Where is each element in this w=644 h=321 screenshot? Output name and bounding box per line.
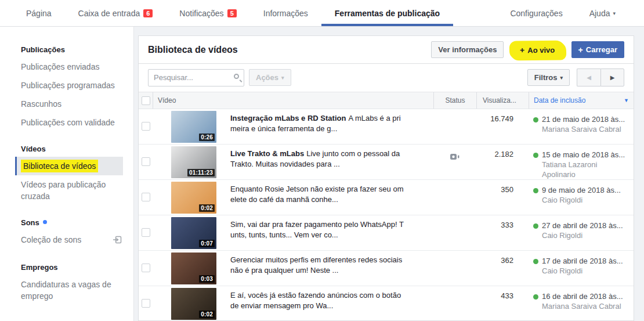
section-title: Vídeos xyxy=(0,141,133,157)
new-feature-dot xyxy=(43,220,47,224)
video-thumbnail[interactable]: 0:02 xyxy=(171,182,216,214)
row-checkbox[interactable] xyxy=(142,228,150,237)
video-thumbnail[interactable]: 0:03 xyxy=(171,253,216,284)
nav-tab-notifications[interactable]: Notificações5 xyxy=(166,0,249,26)
row-checkbox[interactable] xyxy=(142,157,150,166)
views-count: 433 xyxy=(476,286,529,321)
table-row: 0:26 Instegração mLabs e RD StationA mLa… xyxy=(139,109,634,145)
button-label: Filtros xyxy=(534,73,558,82)
author-name: Caio Rigoldi xyxy=(533,230,629,240)
card-header: Biblioteca de vídeos Ver informações +Ao… xyxy=(139,36,634,64)
video-title-link[interactable]: Live Trakto & mLabsLive junto com o pess… xyxy=(230,149,406,170)
publish-date: 16 de abril de 2018 às... xyxy=(542,292,623,301)
table-row: 01:11:23 Live Trakto & mLabsLive junto c… xyxy=(139,145,634,180)
section-title: Empregos xyxy=(0,259,133,275)
author-name: Caio Rigoldi xyxy=(533,195,629,205)
nav-tab-insights[interactable]: Informações xyxy=(250,0,321,26)
video-thumbnail[interactable]: 0:07 xyxy=(171,217,216,249)
row-checkbox[interactable] xyxy=(142,122,150,131)
published-status-dot xyxy=(533,117,538,122)
video-duration: 0:02 xyxy=(199,204,215,212)
video-duration: 01:11:23 xyxy=(187,169,215,176)
published-status-dot xyxy=(533,188,538,193)
sidebar-item-sound-collection[interactable]: Coleção de sons xyxy=(0,230,133,250)
plus-icon: + xyxy=(520,45,524,55)
row-checkbox[interactable] xyxy=(142,193,150,201)
video-thumbnail[interactable]: 0:26 xyxy=(171,111,216,143)
toolbar: Ações▾ Filtros▾ ◀ ▶ xyxy=(139,64,634,92)
sidebar-item-video-library[interactable]: Biblioteca de vídeos xyxy=(15,157,123,175)
view-insights-button[interactable]: Ver informações xyxy=(431,41,504,58)
nav-tab-page[interactable]: Página xyxy=(13,0,65,26)
date-cell: 27 de abril de 2018 às... Caio Rigoldi xyxy=(529,215,634,250)
actions-dropdown-button[interactable]: Ações▾ xyxy=(249,69,291,86)
nav-tab-label: Ferramentas de publicação xyxy=(335,9,440,18)
button-label: Ações xyxy=(256,73,278,82)
sidebar: Publicações Publicações enviadas Publica… xyxy=(0,27,134,321)
video-title-link[interactable]: E aí, vocês já estão fazendo anúncios co… xyxy=(230,290,406,312)
sidebar-item-job-applications[interactable]: Candidaturas a vagas de emprego xyxy=(0,275,133,305)
go-live-button[interactable]: +Ao vivo xyxy=(509,40,565,59)
nav-tab-help[interactable]: Ajuda▾ xyxy=(576,0,629,26)
sidebar-item-label: Vídeos para publicação cruzada xyxy=(21,179,122,202)
page-title: Biblioteca de vídeos xyxy=(148,45,431,55)
video-title-link[interactable]: Sim, vai dar pra fazer pagamento pelo Wh… xyxy=(230,219,406,241)
video-thumbnail[interactable]: 01:11:23 xyxy=(171,146,216,178)
previous-page-button[interactable]: ◀ xyxy=(577,68,600,86)
nav-tab-settings[interactable]: Configurações xyxy=(497,0,576,26)
author-name: Caio Rigoldi xyxy=(533,266,629,276)
external-link-icon xyxy=(113,235,122,247)
sidebar-item-label: Publicações enviadas xyxy=(21,61,99,73)
row-checkbox[interactable] xyxy=(142,299,150,308)
published-status-dot xyxy=(533,294,538,300)
views-count: 350 xyxy=(476,180,529,215)
publish-date: 15 de maio de 2018 às... xyxy=(542,150,625,159)
publish-date: 17 de abril de 2018 às... xyxy=(542,257,623,265)
author-name: Mariana Saraiva Cabral xyxy=(533,124,629,134)
published-status-dot xyxy=(533,259,538,264)
nav-tab-publishing-tools[interactable]: Ferramentas de publicação xyxy=(321,0,453,26)
nav-right-group: Configurações Ajuda▾ xyxy=(497,0,644,26)
pagination: ◀ ▶ xyxy=(577,68,624,86)
video-thumbnail[interactable]: 0:02 xyxy=(171,288,216,320)
select-all-checkbox[interactable] xyxy=(142,96,150,105)
table-row: 0:03 Gerenciar muitos perfis em diferent… xyxy=(139,251,634,286)
sidebar-section-jobs: Empregos Candidaturas a vagas de emprego xyxy=(0,259,133,305)
nav-tab-inbox[interactable]: Caixa de entrada6 xyxy=(65,0,167,26)
video-title: Live Trakto & mLabs xyxy=(230,149,304,158)
nav-tab-label: Configurações xyxy=(510,9,562,18)
sort-caret-down-icon: ▼ xyxy=(624,98,629,103)
chevron-left-icon: ◀ xyxy=(587,74,591,81)
filters-dropdown-button[interactable]: Filtros▾ xyxy=(527,69,570,86)
chevron-right-icon: ▶ xyxy=(610,74,615,81)
video-title-link[interactable]: Gerenciar muitos perfis em diferentes re… xyxy=(230,255,406,276)
status-cell xyxy=(433,215,476,250)
next-page-button[interactable]: ▶ xyxy=(600,68,624,86)
video-library-card: Biblioteca de vídeos Ver informações +Ao… xyxy=(138,35,634,321)
sidebar-item-label: Rascunhos xyxy=(21,98,61,110)
inbox-count-badge: 6 xyxy=(143,9,153,17)
button-label: Ver informações xyxy=(438,45,497,54)
video-title: Instegração mLabs e RD Station xyxy=(230,114,346,122)
row-checkbox[interactable] xyxy=(142,264,150,272)
sidebar-section-publications: Publicações Publicações enviadas Publica… xyxy=(0,42,133,132)
sidebar-item-label: Biblioteca de vídeos xyxy=(21,160,98,172)
video-duration: 0:03 xyxy=(199,275,215,283)
sidebar-item-drafts[interactable]: Rascunhos xyxy=(0,95,133,113)
sidebar-item-label: Publicações programadas xyxy=(21,80,115,91)
sidebar-item-scheduled-posts[interactable]: Publicações programadas xyxy=(0,76,133,95)
video-title-link[interactable]: Instegração mLabs e RD StationA mLabs é … xyxy=(230,113,406,135)
video-duration: 0:02 xyxy=(199,311,215,318)
author-name: Tatiana Lazaroni Apolinario xyxy=(533,160,629,179)
sidebar-item-expiring-posts[interactable]: Publicações com validade xyxy=(0,113,133,132)
main-area: Biblioteca de vídeos Ver informações +Ao… xyxy=(134,27,644,321)
date-cell: 9 de maio de 2018 às... Caio Rigoldi xyxy=(529,180,634,215)
video-camera-icon xyxy=(450,153,460,179)
search-input[interactable] xyxy=(148,69,244,86)
column-header-date-sort[interactable]: Data de inclusão▼ xyxy=(529,92,634,109)
upload-button[interactable]: +Carregar xyxy=(571,41,624,58)
sidebar-item-published-posts[interactable]: Publicações enviadas xyxy=(0,57,133,76)
section-title: Publicações xyxy=(0,42,133,57)
sidebar-item-crosspost-videos[interactable]: Vídeos para publicação cruzada xyxy=(0,175,133,205)
video-title-link[interactable]: Enquanto Rosie Jetson não existe pra faz… xyxy=(230,184,406,205)
